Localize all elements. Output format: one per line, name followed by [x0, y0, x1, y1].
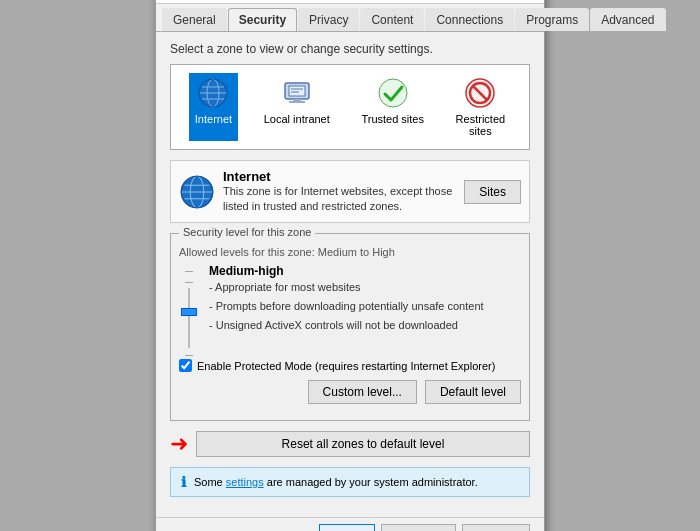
level-bullets: - Appropriate for most websites - Prompt…	[209, 278, 484, 334]
slider-bot-dash: —	[185, 350, 193, 359]
security-level-inner: Allowed levels for this zone: Medium to …	[179, 246, 521, 404]
svg-point-12	[379, 79, 407, 107]
default-level-button[interactable]: Default level	[425, 380, 521, 404]
info-text-after: are managed by your system administrator…	[264, 476, 478, 488]
level-title: Medium-high	[209, 264, 484, 278]
tab-programs[interactable]: Programs	[515, 8, 589, 31]
info-settings-link[interactable]: settings	[226, 476, 264, 488]
svg-rect-7	[289, 86, 305, 96]
level-buttons-row: Custom level... Default level	[179, 380, 521, 404]
ok-button[interactable]: OK	[319, 524, 374, 531]
info-text-before: Some	[194, 476, 226, 488]
slider-top-dash: —	[185, 266, 193, 275]
slider-track[interactable]: — — —	[179, 266, 199, 359]
zone-desc-icon	[179, 174, 215, 210]
zone-trusted-sites-label: Trusted sites	[361, 113, 424, 125]
svg-rect-9	[289, 101, 305, 103]
reset-zones-button[interactable]: Reset all zones to default level	[196, 431, 530, 457]
protected-mode-checkbox[interactable]	[179, 359, 192, 372]
zone-trusted-sites[interactable]: Trusted sites	[355, 73, 430, 141]
apply-button[interactable]: Apply	[462, 524, 530, 531]
zone-internet-label: Internet	[195, 113, 232, 125]
level-description: Medium-high - Appropriate for most websi…	[209, 264, 484, 334]
zone-description: Internet This zone is for Internet websi…	[223, 169, 456, 215]
zone-desc-text: This zone is for Internet websites, exce…	[223, 184, 456, 215]
internet-icon	[197, 77, 229, 109]
tab-privacy[interactable]: Privacy	[298, 8, 359, 31]
custom-level-button[interactable]: Custom level...	[308, 380, 417, 404]
reset-row: ➜ Reset all zones to default level	[170, 431, 530, 457]
security-level-group: Security level for this zone Allowed lev…	[170, 233, 530, 421]
info-text: Some settings are managed by your system…	[194, 476, 478, 488]
footer-buttons: OK Cancel Apply	[156, 517, 544, 531]
level-bullet-2: - Prompts before downloading potentially…	[209, 297, 484, 316]
trusted-sites-icon	[377, 77, 409, 109]
zones-container: Internet Local intranet	[170, 64, 530, 150]
tab-security[interactable]: Security	[228, 8, 297, 31]
slider-mid-dash: —	[185, 277, 193, 286]
zone-restricted-sites-label: Restrictedsites	[456, 113, 506, 137]
zone-local-intranet-label: Local intranet	[264, 113, 330, 125]
security-tab-content: Select a zone to view or change security…	[156, 32, 544, 518]
tab-advanced[interactable]: Advanced	[590, 8, 665, 31]
slider-thumb[interactable]	[181, 308, 197, 316]
level-bullet-3: - Unsigned ActiveX controls will not be …	[209, 316, 484, 335]
zone-restricted-sites[interactable]: Restrictedsites	[450, 73, 512, 141]
protected-mode-label: Enable Protected Mode (requires restarti…	[197, 360, 495, 372]
protected-mode-checkbox-row: Enable Protected Mode (requires restarti…	[179, 359, 521, 372]
tab-content[interactable]: Content	[360, 8, 424, 31]
tab-connections[interactable]: Connections	[425, 8, 514, 31]
zone-local-intranet[interactable]: Local intranet	[258, 73, 336, 141]
zone-instruction: Select a zone to view or change security…	[170, 42, 530, 56]
zone-internet[interactable]: Internet	[189, 73, 238, 141]
local-intranet-icon	[281, 77, 313, 109]
info-icon: ℹ	[181, 474, 186, 490]
level-bullet-1: - Appropriate for most websites	[209, 278, 484, 297]
allowed-levels-label: Allowed levels for this zone: Medium to …	[179, 246, 521, 258]
security-level-group-label: Security level for this zone	[179, 226, 315, 238]
arrow-icon: ➜	[170, 431, 188, 457]
slider-line	[188, 288, 190, 348]
cancel-button[interactable]: Cancel	[381, 524, 456, 531]
internet-options-dialog: Internet Options ? ✕ General Security Pr…	[155, 0, 545, 531]
restricted-sites-icon	[464, 77, 496, 109]
info-bar: ℹ Some settings are managed by your syst…	[170, 467, 530, 497]
zone-desc-title: Internet	[223, 169, 456, 184]
tab-bar: General Security Privacy Content Connect…	[156, 4, 544, 32]
slider-area: — — — Medium-high - Appropriate for most…	[179, 264, 521, 359]
tab-general[interactable]: General	[162, 8, 227, 31]
sites-button[interactable]: Sites	[464, 180, 521, 204]
